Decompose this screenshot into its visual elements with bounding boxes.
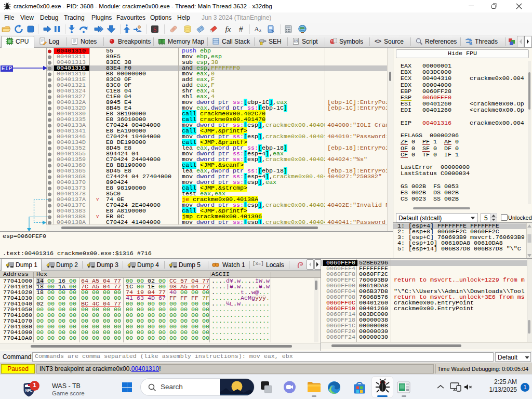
svg-text:</>: </> — [294, 39, 298, 43]
svg-text:fx: fx — [225, 25, 231, 33]
svg-text:A: A — [254, 25, 259, 33]
svg-text:#: # — [239, 25, 243, 33]
svg-text:S: S — [153, 26, 157, 33]
svg-text:<>: <> — [375, 38, 381, 44]
svg-text:z: z — [259, 28, 261, 33]
